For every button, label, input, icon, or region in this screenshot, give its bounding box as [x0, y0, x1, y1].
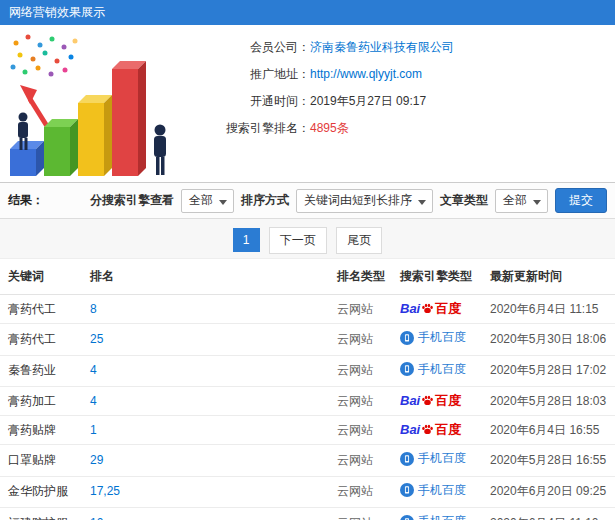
table-row: 口罩贴牌29云网站手机百度2020年5月28日 16:55 — [0, 445, 615, 477]
mobile-baidu-icon — [400, 362, 414, 376]
table-row: 膏药加工4云网站Bai百度2020年5月28日 18:03 — [0, 387, 615, 416]
rank-type-cell: 云网站 — [329, 508, 392, 520]
keyword-cell: 膏药加工 — [0, 387, 82, 416]
rank-link[interactable]: 1 — [90, 423, 97, 437]
company-row: 会员公司： 济南秦鲁药业科技有限公司 — [180, 38, 615, 56]
results-table-body: 膏药代工8云网站Bai百度2020年6月4日 11:15膏药代工25云网站手机百… — [0, 295, 615, 520]
chevron-down-icon — [219, 200, 227, 209]
table-row: 金华防护服17,25云网站手机百度2020年6月20日 09:25 — [0, 476, 615, 508]
baidu-paw-icon — [421, 423, 434, 436]
promo-url-link[interactable]: http://www.qlyyjt.com — [310, 65, 422, 83]
submit-button[interactable]: 提交 — [555, 188, 607, 213]
rank-type-cell: 云网站 — [329, 445, 392, 477]
keyword-cell: 口罩贴牌 — [0, 445, 82, 477]
mobile-baidu-logo: 手机百度 — [400, 330, 466, 345]
updated-cell: 2020年6月4日 11:15 — [482, 295, 615, 324]
rank-link[interactable]: 10 — [90, 516, 103, 520]
baidu-logo: Bai百度 — [400, 301, 461, 316]
engine-cell: Bai百度 — [392, 387, 482, 416]
keyword-cell: 膏药代工 — [0, 295, 82, 324]
header-updated: 最新更新时间 — [482, 259, 615, 295]
promo-url-row: 推广地址： http://www.qlyyjt.com — [180, 65, 615, 83]
results-table: 关键词 排名 排名类型 搜索引擎类型 最新更新时间 膏药代工8云网站Bai百度2… — [0, 259, 615, 520]
mobile-baidu-icon — [400, 483, 414, 497]
page: 网络营销效果展示 — [0, 0, 615, 520]
engine-rank-count: 4895条 — [310, 119, 349, 137]
rank-type-cell: 云网站 — [329, 295, 392, 324]
page-number-current[interactable]: 1 — [233, 228, 260, 252]
marketing-chart-image — [4, 31, 176, 181]
rank-link[interactable]: 4 — [90, 363, 97, 377]
updated-cell: 2020年5月30日 18:06 — [482, 324, 615, 356]
engine-cell: 手机百度 — [392, 508, 482, 520]
table-row: 秦鲁药业4云网站手机百度2020年5月28日 17:02 — [0, 355, 615, 387]
engine-cell: Bai百度 — [392, 295, 482, 324]
rank-link[interactable]: 17,25 — [90, 484, 120, 498]
table-row: 膏药贴牌1云网站Bai百度2020年6月4日 16:55 — [0, 416, 615, 445]
company-label: 会员公司： — [180, 38, 310, 56]
rank-cell: 17,25 — [82, 476, 329, 508]
bar-chart-illustration — [0, 25, 180, 182]
mobile-baidu-logo: 手机百度 — [400, 451, 466, 466]
last-page-button[interactable]: 尾页 — [336, 227, 382, 254]
keyword-cell: 秦鲁药业 — [0, 355, 82, 387]
rank-type-cell: 云网站 — [329, 476, 392, 508]
keyword-cell: 金华防护服 — [0, 476, 82, 508]
chevron-down-icon — [418, 200, 426, 209]
open-time-row: 开通时间： 2019年5月27日 09:17 — [180, 92, 615, 110]
rank-type-cell: 云网站 — [329, 416, 392, 445]
keyword-cell: 膏药贴牌 — [0, 416, 82, 445]
filter-controls: 分搜索引擎查看 全部 排序方式 关键词由短到长排序 文章类型 全部 提交 — [90, 188, 607, 213]
article-type-select[interactable]: 全部 — [495, 189, 548, 213]
baidu-paw-icon — [421, 302, 434, 315]
rank-link[interactable]: 29 — [90, 453, 103, 467]
article-type-label: 文章类型 — [440, 192, 488, 209]
header-rank: 排名 — [82, 259, 329, 295]
rank-cell: 8 — [82, 295, 329, 324]
baidu-paw-icon — [421, 394, 434, 407]
keyword-cell: 福建防护服 — [0, 508, 82, 520]
table-row: 福建防护服10云网站手机百度2020年6月4日 11:10 — [0, 508, 615, 520]
rank-cell: 4 — [82, 355, 329, 387]
engine-select[interactable]: 全部 — [181, 189, 234, 213]
page-title: 网络营销效果展示 — [9, 5, 105, 19]
promo-url-label: 推广地址： — [180, 65, 310, 83]
table-header-row: 关键词 排名 排名类型 搜索引擎类型 最新更新时间 — [0, 259, 615, 295]
updated-cell: 2020年5月28日 17:02 — [482, 355, 615, 387]
member-info-fields: 会员公司： 济南秦鲁药业科技有限公司 推广地址： http://www.qlyy… — [180, 25, 615, 182]
header-engine-type: 搜索引擎类型 — [392, 259, 482, 295]
engine-cell: Bai百度 — [392, 416, 482, 445]
pagination: 1 下一页 尾页 — [0, 219, 615, 259]
result-label: 结果： — [8, 192, 44, 209]
table-row: 膏药代工8云网站Bai百度2020年6月4日 11:15 — [0, 295, 615, 324]
mobile-baidu-logo: 手机百度 — [400, 362, 466, 377]
member-info-section: 会员公司： 济南秦鲁药业科技有限公司 推广地址： http://www.qlyy… — [0, 25, 615, 183]
rank-cell: 1 — [82, 416, 329, 445]
article-type-select-value: 全部 — [503, 192, 527, 209]
engine-select-value: 全部 — [189, 192, 213, 209]
engine-filter-label: 分搜索引擎查看 — [90, 192, 174, 209]
engine-rank-row: 搜索引擎排名： 4895条 — [180, 119, 615, 137]
rank-cell: 29 — [82, 445, 329, 477]
company-link[interactable]: 济南秦鲁药业科技有限公司 — [310, 38, 454, 56]
table-row: 膏药代工25云网站手机百度2020年5月30日 18:06 — [0, 324, 615, 356]
rank-link[interactable]: 4 — [90, 394, 97, 408]
mobile-baidu-logo: 手机百度 — [400, 483, 466, 498]
rank-link[interactable]: 8 — [90, 302, 97, 316]
keyword-cell: 膏药代工 — [0, 324, 82, 356]
baidu-logo: Bai百度 — [400, 422, 461, 437]
rank-link[interactable]: 25 — [90, 332, 103, 346]
chevron-down-icon — [533, 200, 541, 209]
next-page-button[interactable]: 下一页 — [269, 227, 327, 254]
rank-type-cell: 云网站 — [329, 324, 392, 356]
sort-select[interactable]: 关键词由短到长排序 — [296, 189, 433, 213]
updated-cell: 2020年5月28日 18:03 — [482, 387, 615, 416]
engine-rank-label: 搜索引擎排名： — [180, 119, 310, 137]
filter-bar: 结果： 分搜索引擎查看 全部 排序方式 关键词由短到长排序 文章类型 全部 提交 — [0, 183, 615, 219]
sort-filter-label: 排序方式 — [241, 192, 289, 209]
page-title-bar: 网络营销效果展示 — [0, 0, 615, 25]
rank-type-cell: 云网站 — [329, 355, 392, 387]
rank-type-cell: 云网站 — [329, 387, 392, 416]
updated-cell: 2020年6月20日 09:25 — [482, 476, 615, 508]
rank-cell: 10 — [82, 508, 329, 520]
